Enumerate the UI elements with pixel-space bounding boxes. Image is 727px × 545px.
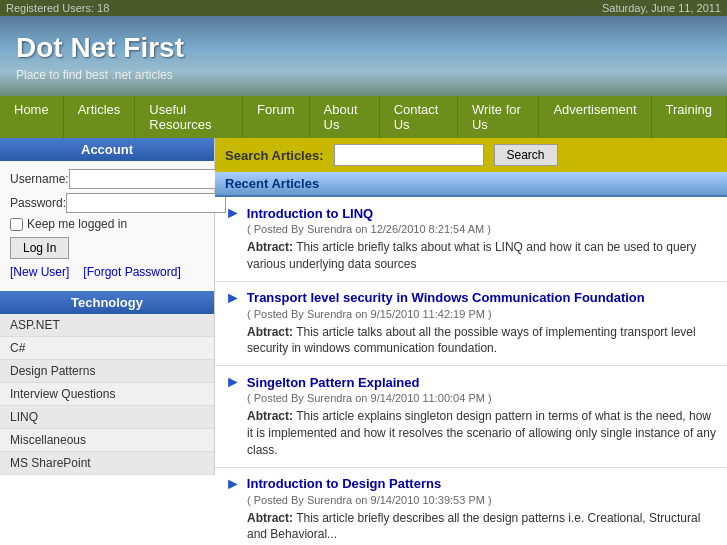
abstract: Abtract: This article briefly talks abou… bbox=[247, 239, 717, 273]
keep-logged-row: Keep me logged in bbox=[10, 217, 204, 231]
abstract-text: This article explains singleton design p… bbox=[247, 409, 716, 457]
tech-ms-sharepoint[interactable]: MS SharePoint bbox=[0, 452, 214, 474]
tech-aspnet[interactable]: ASP.NET bbox=[0, 314, 214, 336]
article-title[interactable]: Singelton Pattern Explained bbox=[247, 375, 420, 390]
article-title-row: ► Singelton Pattern Explained bbox=[225, 374, 717, 390]
article-title-row: ► Transport level security in Windows Co… bbox=[225, 290, 717, 306]
account-section-title: Account bbox=[0, 138, 214, 161]
password-input[interactable] bbox=[66, 193, 226, 213]
tech-linq[interactable]: LINQ bbox=[0, 406, 214, 428]
tech-interview-questions[interactable]: Interview Questions bbox=[0, 383, 214, 405]
registered-users: Registered Users: 18 bbox=[6, 2, 109, 14]
username-label: Username: bbox=[10, 172, 69, 186]
forgot-password-link[interactable]: [Forgot Password] bbox=[83, 265, 180, 279]
tech-csharp[interactable]: C# bbox=[0, 337, 214, 359]
nav-home[interactable]: Home bbox=[0, 96, 64, 138]
list-item: Interview Questions bbox=[0, 383, 214, 406]
keep-logged-checkbox[interactable] bbox=[10, 218, 23, 231]
current-date: Saturday, June 11, 2011 bbox=[602, 2, 721, 14]
content-area: Search Articles: Search Recent Articles … bbox=[215, 138, 727, 545]
list-item: MS SharePoint bbox=[0, 452, 214, 475]
abstract-label: Abtract: bbox=[247, 511, 293, 525]
username-row: Username: bbox=[10, 169, 204, 189]
site-subtitle: Place to find best .net articles bbox=[16, 68, 711, 82]
article-title-row: ► Introduction to LINQ bbox=[225, 205, 717, 221]
article-list: ► Introduction to LINQ ( Posted By Suren… bbox=[215, 197, 727, 545]
search-label: Search Articles: bbox=[225, 148, 324, 163]
nav-advertisement[interactable]: Advertisement bbox=[539, 96, 651, 138]
username-input[interactable] bbox=[69, 169, 229, 189]
sidebar: Account Username: Password: Keep me logg… bbox=[0, 138, 215, 475]
table-row: ► Introduction to LINQ ( Posted By Suren… bbox=[215, 197, 727, 282]
list-item: ASP.NET bbox=[0, 314, 214, 337]
keep-logged-label: Keep me logged in bbox=[27, 217, 127, 231]
abstract-text: This article briefly describes all the d… bbox=[247, 511, 700, 542]
new-user-link[interactable]: [New User] bbox=[10, 265, 69, 279]
site-title: Dot Net First bbox=[16, 32, 711, 64]
table-row: ► Singelton Pattern Explained ( Posted B… bbox=[215, 366, 727, 467]
list-item: LINQ bbox=[0, 406, 214, 429]
search-bar: Search Articles: Search bbox=[215, 138, 727, 172]
table-row: ► Transport level security in Windows Co… bbox=[215, 282, 727, 367]
technology-section: Technology ASP.NET C# Design Patterns In… bbox=[0, 291, 214, 475]
list-item: C# bbox=[0, 337, 214, 360]
abstract: Abtract: This article talks about all th… bbox=[247, 324, 717, 358]
abstract-text: This article talks about all the possibl… bbox=[247, 325, 696, 356]
list-item: Miscellaneous bbox=[0, 429, 214, 452]
nav-contact-us[interactable]: Contact Us bbox=[380, 96, 458, 138]
abstract-label: Abtract: bbox=[247, 240, 293, 254]
posted-by: ( Posted By Surendra on 9/15/2010 11:42:… bbox=[247, 308, 717, 320]
password-label: Password: bbox=[10, 196, 66, 210]
nav-articles[interactable]: Articles bbox=[64, 96, 136, 138]
article-title[interactable]: Introduction to LINQ bbox=[247, 206, 373, 221]
arrow-icon: ► bbox=[225, 290, 241, 306]
nav-training[interactable]: Training bbox=[652, 96, 727, 138]
nav-about-us[interactable]: About Us bbox=[310, 96, 380, 138]
abstract: Abtract: This article explains singleton… bbox=[247, 408, 717, 458]
abstract-label: Abtract: bbox=[247, 409, 293, 423]
tech-list: ASP.NET C# Design Patterns Interview Que… bbox=[0, 314, 214, 475]
arrow-icon: ► bbox=[225, 205, 241, 221]
tech-miscellaneous[interactable]: Miscellaneous bbox=[0, 429, 214, 451]
article-title[interactable]: Introduction to Design Patterns bbox=[247, 476, 441, 491]
technology-section-title: Technology bbox=[0, 291, 214, 314]
main-nav: Home Articles Useful Resources Forum Abo… bbox=[0, 96, 727, 138]
abstract: Abtract: This article briefly describes … bbox=[247, 510, 717, 544]
tech-design-patterns[interactable]: Design Patterns bbox=[0, 360, 214, 382]
posted-by: ( Posted By Surendra on 9/14/2010 11:00:… bbox=[247, 392, 717, 404]
article-title-row: ► Introduction to Design Patterns bbox=[225, 476, 717, 492]
article-title[interactable]: Transport level security in Windows Comm… bbox=[247, 290, 645, 305]
arrow-icon: ► bbox=[225, 374, 241, 390]
main-layout: Account Username: Password: Keep me logg… bbox=[0, 138, 727, 545]
abstract-text: This article briefly talks about what is… bbox=[247, 240, 696, 271]
search-button[interactable]: Search bbox=[494, 144, 558, 166]
site-header: Dot Net First Place to find best .net ar… bbox=[0, 16, 727, 96]
posted-by: ( Posted By Surendra on 12/26/2010 8:21:… bbox=[247, 223, 717, 235]
login-area: Username: Password: Keep me logged in Lo… bbox=[0, 161, 214, 287]
abstract-label: Abtract: bbox=[247, 325, 293, 339]
recent-articles-header: Recent Articles bbox=[215, 172, 727, 197]
login-button[interactable]: Log In bbox=[10, 237, 69, 259]
nav-write-for-us[interactable]: Write for Us bbox=[458, 96, 539, 138]
search-input[interactable] bbox=[334, 144, 484, 166]
nav-useful-resources[interactable]: Useful Resources bbox=[135, 96, 243, 138]
table-row: ► Introduction to Design Patterns ( Post… bbox=[215, 468, 727, 545]
posted-by: ( Posted By Surendra on 9/14/2010 10:39:… bbox=[247, 494, 717, 506]
nav-forum[interactable]: Forum bbox=[243, 96, 310, 138]
list-item: Design Patterns bbox=[0, 360, 214, 383]
arrow-icon: ► bbox=[225, 476, 241, 492]
top-bar: Registered Users: 18 Saturday, June 11, … bbox=[0, 0, 727, 16]
password-row: Password: bbox=[10, 193, 204, 213]
login-links: [New User] [Forgot Password] bbox=[10, 265, 204, 279]
